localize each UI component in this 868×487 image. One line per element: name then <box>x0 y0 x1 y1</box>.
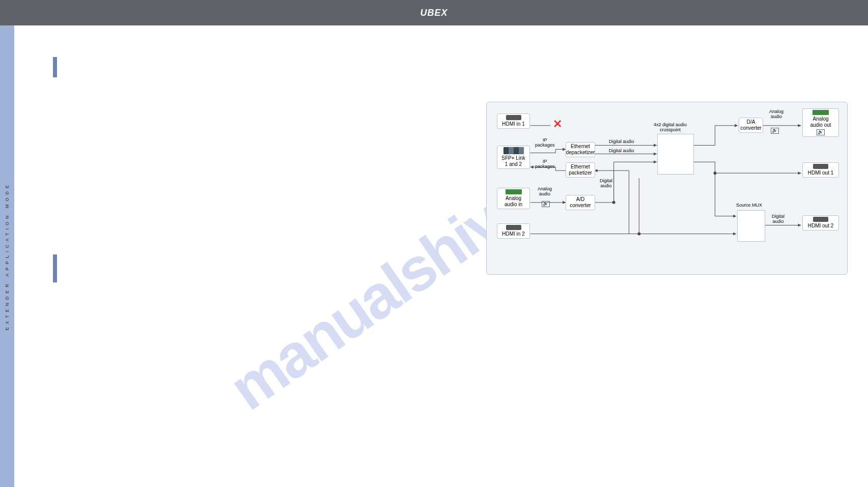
top-bar: UBEX <box>0 0 868 25</box>
hdmi-out-1-box: HDMI out 1 <box>802 162 839 178</box>
digital-audio-label: Digital audio <box>609 139 634 145</box>
digital-audio-label: Digital audio <box>600 179 612 189</box>
hdmi-in-1-label: HDMI in 1 <box>502 121 524 127</box>
svg-marker-4 <box>654 144 657 147</box>
svg-marker-25 <box>733 232 736 235</box>
svg-marker-15 <box>654 160 657 163</box>
hdmi-out-2-box: HDMI out 2 <box>802 215 839 231</box>
digital-audio-label: Digital audio <box>609 149 634 154</box>
ad-converter-box: A/D converter <box>566 195 595 210</box>
ethernet-depacketizer-box: Ethernet depacketizer <box>566 142 595 157</box>
svg-marker-6 <box>654 152 657 155</box>
ad-converter-label: A/D converter <box>570 196 591 209</box>
section-accent-bar <box>53 254 57 282</box>
left-margin: EXTENDER APPLICATION MODE <box>0 25 14 487</box>
da-converter-label: D/A converter <box>740 119 762 131</box>
section-accent-bar <box>53 57 57 77</box>
terminal-block-icon <box>506 189 522 194</box>
digital-audio-label: Digital audio <box>772 214 785 224</box>
analog-audio-in-box: Analog audio in <box>497 188 530 209</box>
hdmi-in-1-box: HDMI in 1 <box>497 113 530 129</box>
ethernet-depacketizer-label: Ethernet depacketizer <box>566 144 595 156</box>
hdmi-out-1-label: HDMI out 1 <box>808 170 834 176</box>
analog-audio-label: Analog audio <box>769 109 783 120</box>
left-margin-vertical-text: EXTENDER APPLICATION MODE <box>5 182 10 330</box>
speaker-icon-inline <box>771 127 779 134</box>
hdmi-out-2-label: HDMI out 2 <box>808 223 834 229</box>
svg-point-14 <box>612 201 615 204</box>
hdmi-port-icon <box>813 217 828 222</box>
speaker-icon <box>542 201 550 207</box>
ip-packages-label: IP packages <box>535 159 555 169</box>
svg-marker-19 <box>798 171 801 175</box>
ethernet-packetizer-box: Ethernet packetizer <box>566 162 595 178</box>
ethernet-packetizer-label: Ethernet packetizer <box>569 164 592 176</box>
svg-marker-16 <box>735 124 738 127</box>
source-mux-box <box>737 210 765 242</box>
hdmi-port-icon <box>506 225 521 230</box>
svg-marker-27 <box>798 224 801 227</box>
svg-marker-18 <box>798 124 801 127</box>
analog-audio-out-label: Analog audio out <box>810 116 831 128</box>
sfp-link-box: SFP+ Link 1 and 2 <box>497 146 530 169</box>
sfp-link-label: SFP+ Link 1 and 2 <box>501 155 525 167</box>
hdmi-in-2-box: HDMI in 2 <box>497 223 530 239</box>
disabled-x-icon: ✕ <box>553 118 562 131</box>
hdmi-port-icon <box>506 115 521 120</box>
terminal-block-icon <box>813 110 829 115</box>
page-body: EXTENDER APPLICATION MODE manualshive.co… <box>0 25 868 487</box>
svg-point-20 <box>713 171 716 175</box>
svg-marker-24 <box>733 215 736 218</box>
block-diagram: HDMI in 1 ✕ SFP+ Link 1 and 2 Analog aud… <box>486 102 848 275</box>
analog-audio-out-box: Analog audio out <box>802 108 839 137</box>
hdmi-in-2-label: HDMI in 2 <box>502 231 524 237</box>
header-title: UBEX <box>420 8 447 18</box>
hdmi-port-icon <box>813 164 828 169</box>
speaker-icon <box>771 128 779 134</box>
ip-packages-label: IP packages <box>535 138 555 148</box>
svg-point-22 <box>637 232 640 235</box>
analog-audio-label: Analog audio <box>538 187 552 197</box>
analog-audio-in-label: Analog audio in <box>505 195 522 208</box>
da-converter-box: D/A converter <box>739 118 763 133</box>
svg-marker-2 <box>530 165 534 168</box>
audio-crosspoint-box <box>657 134 694 175</box>
crosspoint-title-label: 4x2 digital audio crosspoint <box>654 123 687 133</box>
source-mux-label: Source MUX <box>736 203 762 208</box>
speaker-icon <box>817 129 825 135</box>
sfp-icon <box>503 147 524 154</box>
speaker-icon-inline <box>542 200 550 207</box>
